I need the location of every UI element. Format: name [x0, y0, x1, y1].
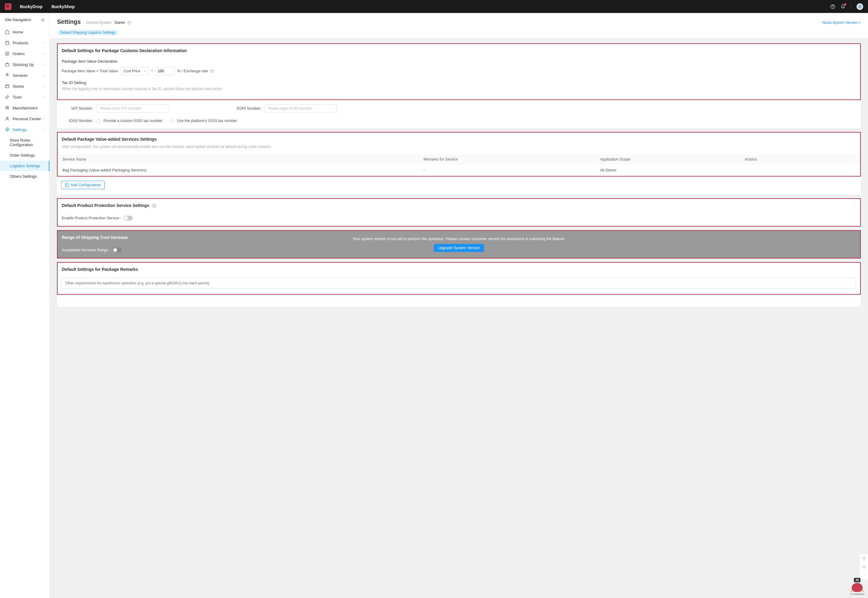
sub-order-settings[interactable]: Order Settings: [0, 150, 49, 161]
sidebar-item-products[interactable]: Products: [0, 37, 49, 48]
svg-rect-4: [6, 85, 9, 88]
avatar[interactable]: [856, 3, 863, 10]
settings-submenu: Store Rules Configuration Order Settings…: [0, 135, 49, 182]
sidebar-item-label: Stores: [13, 84, 42, 88]
protection-label: Enable Product Protection Service :: [62, 216, 121, 220]
svg-point-8: [7, 129, 8, 130]
info-icon[interactable]: [127, 21, 131, 25]
sub-others-settings[interactable]: Others Settings: [0, 171, 49, 182]
info-icon[interactable]: [210, 69, 214, 73]
chevron-down-icon: [42, 74, 45, 77]
sub-logistics-settings[interactable]: Logistics Settings: [0, 161, 49, 171]
svg-point-6: [7, 106, 9, 108]
vas-note: After configuration, the system will aut…: [58, 145, 860, 149]
ioss-custom-radio[interactable]: [97, 119, 100, 123]
svg-point-1: [833, 7, 833, 7]
sidebar-item-settings[interactable]: Settings: [0, 124, 49, 135]
sidebar-item-label: Orders: [13, 51, 42, 56]
protection-title: Default Product Protection Service Setti…: [58, 199, 860, 212]
remarks-title: Default Settings for Package Remarks: [58, 263, 860, 276]
vas-row-remarks: -: [419, 164, 595, 176]
chevron-up-icon: [42, 128, 45, 131]
add-configuration-button[interactable]: + Add Configuration: [61, 181, 105, 189]
multiplier-input[interactable]: [155, 67, 175, 75]
protection-panel: Default Product Protection Service Setti…: [57, 198, 861, 227]
remarks-input[interactable]: [62, 278, 856, 289]
ioss-platform-radio[interactable]: [170, 119, 174, 123]
brand-buckyshop[interactable]: BuckyShop: [52, 4, 75, 9]
chevron-down-icon: [42, 41, 45, 44]
sidebar-header: Site Navigation: [0, 13, 49, 27]
current-system-value: Starter: [114, 21, 125, 25]
stores-icon: [5, 84, 10, 88]
vas-col-remarks: Remarks for Service: [419, 154, 595, 164]
protection-toggle[interactable]: [124, 216, 133, 221]
vas-col-actions: Actions: [740, 154, 860, 164]
formula-suffix: % / Exchange rate: [177, 69, 208, 73]
rail-support-icon[interactable]: [860, 563, 868, 571]
vas-title: Default Package Value-added Services Set…: [58, 133, 860, 146]
eori-input[interactable]: [265, 104, 337, 113]
about-system-link[interactable]: About System Version >: [822, 21, 861, 25]
price-type-select[interactable]: Cost Price: [120, 67, 149, 75]
home-icon: [5, 30, 10, 34]
vat-input[interactable]: [97, 104, 169, 113]
stocking-icon: [5, 62, 10, 67]
sub-store-rules[interactable]: Store Rules Configuration: [0, 135, 49, 150]
sidebar-item-stocking-up[interactable]: Stocking Up: [0, 59, 49, 70]
plus-icon: +: [65, 183, 69, 187]
chevron-down-icon: [42, 52, 45, 55]
sidebar-item-services[interactable]: Services: [0, 70, 49, 81]
brand-buckydrop[interactable]: BuckyDrop: [20, 4, 42, 9]
table-row: Bag Packaging (Value-added Packaging Ser…: [58, 164, 860, 176]
sidebar-item-manufacturers[interactable]: Manufacturers: [0, 102, 49, 113]
taxid-title: Tax ID Setting: [62, 81, 856, 85]
protection-toggle-row: Enable Product Protection Service :: [62, 216, 856, 221]
sidebar-item-home[interactable]: Home: [0, 27, 49, 37]
gear-icon: [5, 127, 10, 132]
sidebar-item-stores[interactable]: Stores: [0, 81, 49, 91]
decl-label: Package Item Value Declaration: [62, 59, 856, 64]
upgrade-overlay: Your system version is too old to perfor…: [58, 231, 860, 258]
svg-point-5: [6, 106, 7, 108]
chevron-down-icon: [42, 96, 45, 99]
ioss-row: IOSS Number : Provide a custom IOSS tax …: [61, 119, 856, 123]
collapse-sidebar-icon[interactable]: [40, 18, 45, 22]
breadcrumb-tag[interactable]: Default Shipping Logistics Settings: [57, 30, 119, 36]
chevron-down-icon: [42, 117, 45, 120]
right-rail: [859, 554, 868, 580]
brand-links: BuckyDrop BuckyShop: [20, 4, 75, 9]
help-icon[interactable]: [830, 4, 835, 9]
logo-icon[interactable]: [5, 3, 12, 10]
upgrade-button[interactable]: Upgrade System Version: [434, 244, 484, 252]
current-system-label: Current System: Starter: [86, 21, 131, 25]
svg-point-7: [6, 117, 8, 119]
sidebar-item-label: Products: [13, 41, 42, 45]
ai-mascot-icon: [852, 583, 863, 592]
multiply-symbol: *: [151, 69, 153, 73]
sidebar-item-label: Tools: [13, 95, 42, 99]
sidebar-item-personal-center[interactable]: Personal Center: [0, 113, 49, 124]
ai-bubble: Hi: [854, 578, 861, 582]
sidebar-item-tools[interactable]: Tools: [0, 91, 49, 102]
person-icon: [5, 116, 10, 121]
header-right: [830, 3, 863, 10]
sidebar-item-label: Personal Center: [13, 117, 42, 121]
sidebar-item-label: Settings: [13, 127, 42, 132]
chevron-down-icon: [42, 63, 45, 66]
eori-label: EORI Number :: [229, 106, 262, 111]
sidebar-item-label: Manufacturers: [13, 106, 45, 110]
sidebar-item-label: Stocking Up: [13, 62, 42, 67]
rail-help-icon[interactable]: [860, 554, 868, 563]
notification-icon[interactable]: [841, 4, 846, 9]
shipping-cost-panel: Range of Shipping Cost Increase Acceptab…: [57, 230, 861, 259]
info-icon[interactable]: [152, 204, 156, 208]
vas-col-service: Service Name: [58, 154, 419, 164]
ioss-platform-label: Use the platform's IOSS tax number: [177, 119, 237, 123]
ai-label: AI Assistant: [850, 593, 864, 596]
sidebar-item-label: Home: [13, 30, 45, 34]
sidebar-item-orders[interactable]: Orders: [0, 48, 49, 59]
ioss-custom-label: Provide a custom IOSS tax number: [103, 119, 162, 123]
ai-assistant[interactable]: Hi AI Assistant: [850, 577, 864, 596]
products-icon: [5, 40, 10, 45]
